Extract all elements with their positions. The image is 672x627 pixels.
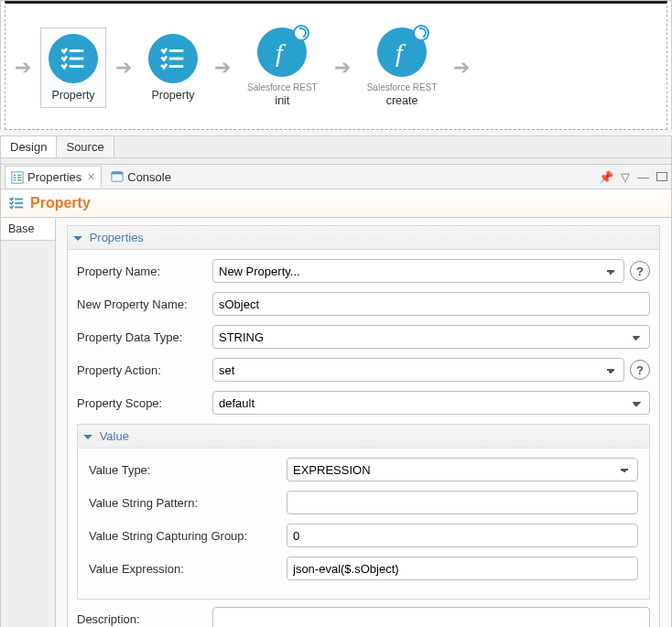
view-tab-label: Console [127, 170, 171, 184]
property-data-type-select[interactable]: STRING [212, 325, 650, 349]
node-label: Property [148, 89, 198, 102]
svg-text:f: f [276, 38, 287, 67]
flow-node-init[interactable]: f Salesforce REST init [240, 22, 325, 113]
arrow-icon: ➔ [115, 58, 132, 78]
property-action-label: Property Action: [77, 363, 207, 377]
value-string-capturing-group-input[interactable] [287, 524, 638, 547]
value-group-header[interactable]: Value [78, 425, 649, 449]
property-name-select[interactable]: New Property... [212, 259, 624, 283]
node-label: create [367, 94, 438, 107]
section-header: Property [0, 189, 672, 218]
chevron-down-icon [83, 435, 92, 439]
flow-node-property-2[interactable]: Property [141, 28, 205, 107]
property-action-select[interactable]: set [212, 358, 624, 382]
pin-icon[interactable]: 📌 [599, 170, 613, 184]
close-icon[interactable]: ✕ [87, 171, 95, 183]
help-button[interactable]: ? [630, 360, 650, 380]
value-string-pattern-input[interactable] [287, 491, 638, 514]
flow-canvas[interactable]: ➔ Property ➔ Property ➔ f S [5, 1, 667, 130]
arrow-icon: ➔ [453, 58, 470, 78]
flow-node-property-1[interactable]: Property [40, 27, 106, 108]
value-expression-label: Value Expression: [89, 562, 281, 576]
new-property-name-label: New Property Name: [77, 297, 207, 311]
function-icon: f [377, 27, 427, 77]
tab-source[interactable]: Source [57, 136, 114, 157]
value-string-pattern-label: Value String Pattern: [89, 496, 281, 510]
property-scope-label: Property Scope: [77, 396, 207, 410]
arrow-icon: ➔ [15, 58, 31, 78]
properties-icon [11, 171, 24, 184]
property-header-icon [8, 195, 25, 211]
value-type-label: Value Type: [89, 463, 281, 477]
node-label: init [247, 94, 318, 107]
node-sublabel: Salesforce REST [247, 82, 318, 92]
value-string-capturing-group-label: Value String Capturing Group: [89, 529, 281, 543]
minimize-icon[interactable]: — [637, 170, 649, 184]
console-icon [111, 170, 124, 183]
property-data-type-label: Property Data Type: [77, 330, 207, 344]
node-sublabel: Salesforce REST [367, 82, 438, 92]
svg-rect-10 [112, 172, 123, 175]
svg-text:f: f [396, 38, 406, 67]
description-label: Description: [77, 612, 207, 626]
flow-node-create[interactable]: f Salesforce REST create [360, 22, 445, 113]
tab-design[interactable]: Design [1, 136, 57, 157]
connector-badge-icon [293, 25, 309, 41]
arrow-icon: ➔ [214, 58, 231, 78]
view-tab-properties[interactable]: Properties ✕ [5, 166, 102, 188]
maximize-icon[interactable] [656, 172, 667, 181]
function-icon: f [257, 27, 307, 77]
chevron-down-icon [73, 236, 82, 241]
property-name-label: Property Name: [77, 265, 207, 278]
value-type-select[interactable]: EXPRESSION [287, 458, 638, 481]
side-tab-base[interactable]: Base [1, 218, 55, 241]
description-input[interactable] [212, 607, 650, 627]
menu-icon[interactable]: ▽ [621, 170, 630, 184]
help-button[interactable]: ? [630, 261, 650, 281]
section-title: Property [30, 195, 91, 211]
view-tab-console[interactable]: Console [105, 166, 177, 188]
property-scope-select[interactable]: default [212, 391, 650, 415]
list-icon [148, 34, 198, 83]
view-tab-label: Properties [27, 170, 81, 184]
new-property-name-input[interactable] [212, 292, 650, 316]
arrow-icon: ➔ [334, 58, 351, 78]
value-expression-input[interactable] [287, 557, 638, 580]
node-label: Property [49, 89, 98, 102]
value-group-title: Value [100, 429, 129, 443]
properties-group-header[interactable]: Properties [67, 225, 660, 249]
properties-group-title: Properties [90, 231, 144, 244]
connector-badge-icon [413, 25, 429, 41]
editor-tabs: Design Source [0, 135, 672, 158]
list-icon [49, 34, 98, 83]
views-bar: Properties ✕ Console 📌 ▽ — [0, 164, 672, 189]
